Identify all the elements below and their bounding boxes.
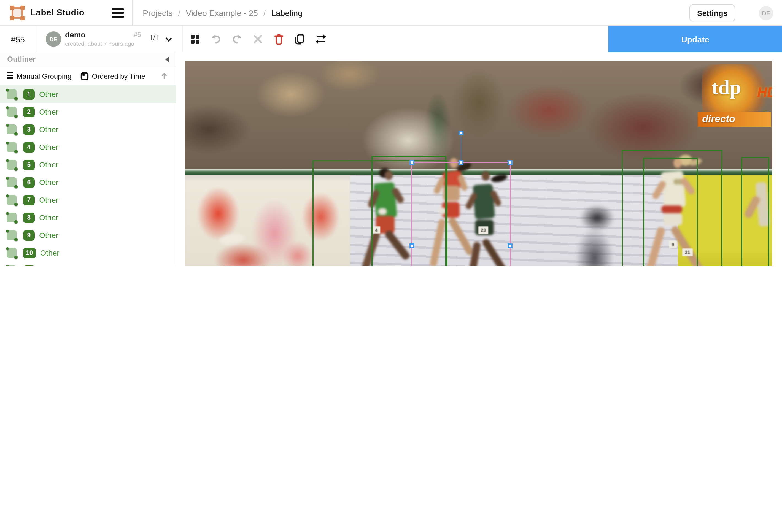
region-icon xyxy=(7,177,16,187)
region-label: Other xyxy=(39,231,59,239)
region-icon xyxy=(7,195,16,205)
redo-icon[interactable] xyxy=(230,33,244,46)
region-row[interactable]: 4Other xyxy=(0,138,176,156)
region-row[interactable]: 3Other xyxy=(0,121,176,138)
outliner-title: Outliner xyxy=(7,55,36,63)
annotation-pager: 1/1 xyxy=(149,34,159,42)
resize-handle[interactable] xyxy=(507,160,512,165)
region-row[interactable]: 7Other xyxy=(0,191,176,209)
region-row[interactable]: 8Other xyxy=(0,209,176,226)
outliner-header: Outliner xyxy=(0,52,176,67)
annotation-toolbar: #55 DE demo #5 created, about 7 hours ag… xyxy=(0,26,782,52)
annotation-created: created, about 7 hours ago xyxy=(65,40,134,47)
grouping-selector[interactable]: Manual Grouping xyxy=(7,72,71,80)
region-row[interactable]: 1Other xyxy=(0,85,176,103)
region-label: Other xyxy=(39,90,59,99)
grouping-icon xyxy=(7,72,13,80)
task-number: #55 xyxy=(0,26,36,52)
region-label: Other xyxy=(39,125,59,134)
region-number-badge: 8 xyxy=(23,212,35,223)
region-row[interactable]: 9Other xyxy=(0,226,176,244)
delete-icon[interactable] xyxy=(272,33,285,46)
region-label: Other xyxy=(39,213,59,222)
top-header: Label Studio Projects / Video Example - … xyxy=(0,0,782,26)
region-number-badge: 11 xyxy=(23,265,35,266)
ordering-label: Ordered by Time xyxy=(92,72,145,80)
region-icon xyxy=(7,248,16,258)
region-label: Other xyxy=(39,143,59,151)
region-number-badge: 1 xyxy=(23,89,35,100)
region-label: Other xyxy=(40,249,60,257)
region-label: Other xyxy=(39,178,59,187)
region-number-badge: 7 xyxy=(23,195,35,205)
user-avatar[interactable]: DE xyxy=(759,6,773,21)
region-list: 1Other2Other3Other4Other5Other6Other7Oth… xyxy=(0,85,176,266)
breadcrumb-projects[interactable]: Projects xyxy=(143,8,173,17)
region-label: Other xyxy=(39,160,59,169)
region-row[interactable]: 10Other xyxy=(0,244,176,262)
region-row[interactable]: 11Other xyxy=(0,262,176,266)
undo-icon[interactable] xyxy=(209,33,223,46)
ordering-selector[interactable]: Ordered by Time xyxy=(80,72,145,80)
label-studio-app: Label Studio Projects / Video Example - … xyxy=(0,0,782,266)
region-icon xyxy=(7,230,16,240)
region-number-badge: 9 xyxy=(23,230,35,240)
hd-badge: HD xyxy=(757,84,772,100)
toolbar-actions xyxy=(188,26,327,52)
region-number-badge: 6 xyxy=(23,177,35,188)
region-bbox[interactable] xyxy=(741,157,769,266)
sort-direction-icon[interactable] xyxy=(161,72,168,80)
region-number-badge: 4 xyxy=(23,142,35,152)
transfer-icon[interactable] xyxy=(314,33,327,46)
annotator-name: demo xyxy=(65,30,86,39)
duplicate-icon[interactable] xyxy=(293,33,307,46)
region-icon xyxy=(7,107,16,117)
menu-hamburger-icon[interactable] xyxy=(112,8,124,17)
annotation-selector[interactable]: DE demo #5 created, about 7 hours ago 1/… xyxy=(36,26,183,52)
grouping-label: Manual Grouping xyxy=(16,72,71,80)
directo-banner: directo xyxy=(698,112,771,127)
region-number-badge: 10 xyxy=(23,248,36,258)
region-icon xyxy=(7,142,16,152)
region-icon xyxy=(7,265,16,266)
region-number-badge: 5 xyxy=(23,159,35,170)
region-label: Other xyxy=(39,195,59,204)
region-label: Other xyxy=(39,107,59,116)
selected-bbox[interactable] xyxy=(411,162,511,266)
annotator-avatar: DE xyxy=(46,31,61,47)
collapse-panel-icon[interactable] xyxy=(164,56,170,63)
region-icon xyxy=(7,213,16,223)
video-canvas[interactable]: 4 23 9 21 tdp HD directo 31:02.4 xyxy=(185,61,772,266)
region-row[interactable]: 6Other xyxy=(0,174,176,191)
breadcrumb-project-name[interactable]: Video Example - 25 xyxy=(186,8,258,17)
tdp-logo: tdp xyxy=(711,75,741,99)
rotate-handle[interactable] xyxy=(458,130,463,136)
region-row[interactable]: 2Other xyxy=(0,103,176,121)
region-icon xyxy=(7,124,16,135)
settings-button[interactable]: Settings xyxy=(689,4,735,22)
app-title: Label Studio xyxy=(30,8,84,17)
grid-view-icon[interactable] xyxy=(188,33,202,46)
resize-handle[interactable] xyxy=(410,160,415,165)
main-area: 4 23 9 21 tdp HD directo 31:02.4 xyxy=(176,52,782,266)
region-row[interactable]: 5Other xyxy=(0,156,176,174)
region-number-badge: 3 xyxy=(23,124,35,135)
breadcrumb-labeling: Labeling xyxy=(271,8,302,17)
annotation-id: #5 xyxy=(125,31,141,39)
region-icon xyxy=(7,160,16,169)
outliner-controls: Manual Grouping Ordered by Time xyxy=(0,67,176,85)
label-studio-logo-icon[interactable] xyxy=(10,5,25,21)
region-icon xyxy=(7,89,16,99)
update-button[interactable]: Update xyxy=(608,26,782,52)
sidebar: Outliner Manual Grouping Ordered by Time… xyxy=(0,52,176,266)
region-bbox[interactable] xyxy=(643,157,698,266)
resize-handle[interactable] xyxy=(410,243,415,249)
breadcrumb: Projects / Video Example - 25 / Labeling xyxy=(143,0,303,26)
resize-handle[interactable] xyxy=(507,243,512,249)
chevron-down-icon[interactable] xyxy=(164,35,173,43)
reject-icon[interactable] xyxy=(251,33,264,46)
resize-handle[interactable] xyxy=(458,160,463,165)
region-number-badge: 2 xyxy=(23,107,35,117)
ordering-icon xyxy=(80,72,88,80)
